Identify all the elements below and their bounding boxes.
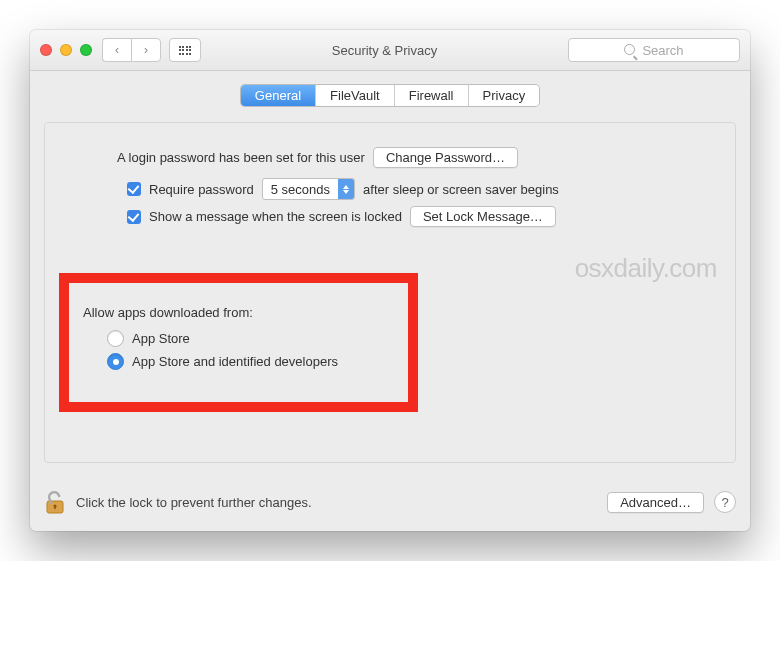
general-panel: A login password has been set for this u… xyxy=(44,122,736,463)
tab-privacy[interactable]: Privacy xyxy=(469,85,540,106)
change-password-button[interactable]: Change Password… xyxy=(373,147,518,168)
back-button[interactable]: ‹ xyxy=(102,38,131,62)
window-title: Security & Privacy xyxy=(201,43,568,58)
footer: Click the lock to prevent further change… xyxy=(30,475,750,531)
allow-apps-highlight: Allow apps downloaded from: App Store Ap… xyxy=(59,273,418,412)
show-message-checkbox[interactable] xyxy=(127,210,141,224)
show-message-row: Show a message when the screen is locked… xyxy=(127,206,713,227)
allow-identified-row: App Store and identified developers xyxy=(107,353,338,370)
titlebar: ‹ › Security & Privacy Search xyxy=(30,30,750,71)
help-icon: ? xyxy=(721,495,728,510)
require-delay-select[interactable]: 5 seconds xyxy=(262,178,355,200)
tab-filevault[interactable]: FileVault xyxy=(316,85,395,106)
help-button[interactable]: ? xyxy=(714,491,736,513)
svg-rect-2 xyxy=(54,506,56,509)
show-message-label: Show a message when the screen is locked xyxy=(149,209,402,224)
set-lock-message-button[interactable]: Set Lock Message… xyxy=(410,206,556,227)
show-all-button[interactable] xyxy=(169,38,201,62)
after-sleep-label: after sleep or screen saver begins xyxy=(363,182,559,197)
allow-appstore-row: App Store xyxy=(107,330,338,347)
search-input[interactable]: Search xyxy=(568,38,740,62)
login-password-row: A login password has been set for this u… xyxy=(117,147,713,168)
login-password-text: A login password has been set for this u… xyxy=(117,150,365,165)
require-password-label: Require password xyxy=(149,182,254,197)
allow-apps-radiogroup: App Store App Store and identified devel… xyxy=(107,330,338,370)
allow-identified-radio[interactable] xyxy=(107,353,124,370)
minimize-icon[interactable] xyxy=(60,44,72,56)
grid-icon xyxy=(179,46,192,55)
close-icon[interactable] xyxy=(40,44,52,56)
tab-bar: General FileVault Firewall Privacy xyxy=(44,85,736,106)
lock-icon[interactable] xyxy=(44,489,66,515)
allow-apps-title: Allow apps downloaded from: xyxy=(83,305,338,320)
allow-appstore-label: App Store xyxy=(132,331,190,346)
stepper-icon xyxy=(338,179,354,199)
content-area: General FileVault Firewall Privacy A log… xyxy=(30,71,750,475)
watermark-text: osxdaily.com xyxy=(575,253,717,284)
lock-text: Click the lock to prevent further change… xyxy=(76,495,597,510)
require-password-row: Require password 5 seconds after sleep o… xyxy=(127,178,713,200)
advanced-button[interactable]: Advanced… xyxy=(607,492,704,513)
tab-general[interactable]: General xyxy=(241,85,316,106)
chevron-left-icon: ‹ xyxy=(115,43,119,57)
search-placeholder: Search xyxy=(642,43,683,58)
nav-back-forward: ‹ › xyxy=(102,38,161,62)
require-password-checkbox[interactable] xyxy=(127,182,141,196)
allow-appstore-radio[interactable] xyxy=(107,330,124,347)
traffic-lights xyxy=(40,44,92,56)
tab-firewall[interactable]: Firewall xyxy=(395,85,469,106)
require-delay-value: 5 seconds xyxy=(263,182,338,197)
search-icon xyxy=(624,43,638,58)
forward-button[interactable]: › xyxy=(131,38,161,62)
allow-identified-label: App Store and identified developers xyxy=(132,354,338,369)
preferences-window: ‹ › Security & Privacy Search General Fi… xyxy=(30,30,750,531)
chevron-right-icon: › xyxy=(144,43,148,57)
zoom-icon[interactable] xyxy=(80,44,92,56)
tab-group: General FileVault Firewall Privacy xyxy=(241,85,539,106)
